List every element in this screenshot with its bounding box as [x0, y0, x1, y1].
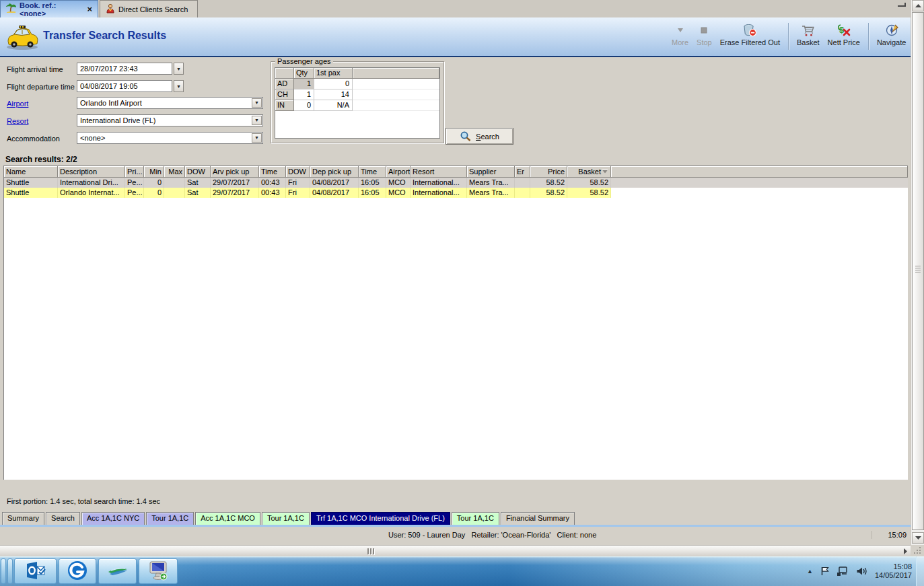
bottom-tab-tour-1a-1c[interactable]: Tour 1A,1C	[262, 512, 310, 525]
show-desktop-button[interactable]	[916, 556, 924, 586]
passenger-grid-row[interactable]: AD10	[275, 79, 439, 89]
bottom-tab-acc-1a-1c-mco[interactable]: Acc 1A,1C MCO	[195, 512, 260, 525]
bottom-tab-summary[interactable]: Summary	[2, 512, 44, 525]
flight-departure-input[interactable]: 04/08/2017 19:05	[77, 80, 172, 92]
close-tab-icon[interactable]: ×	[87, 6, 92, 13]
action-center-flag-icon[interactable]	[820, 566, 830, 577]
bottom-tab-tour-1a-1c[interactable]: Tour 1A,1C	[452, 512, 499, 525]
taskbar-button-plane-app[interactable]	[98, 558, 137, 584]
resort-dropdown-icon[interactable]: ▼	[252, 116, 262, 125]
column-header-time[interactable]: Time	[359, 166, 386, 178]
airport-combobox[interactable]: Orlando Intl Airport ▼	[77, 97, 263, 109]
taskbar-button-remote-desktop[interactable]	[139, 558, 178, 584]
results-row[interactable]: ShuttleInternational Dri...Pe...0Sat29/0…	[4, 178, 908, 188]
flight-departure-label: Flight departure time	[7, 81, 75, 92]
page-header: Transfer Search Results MoreStopErase Fi…	[0, 17, 911, 57]
column-header-arv-pick-up[interactable]: Arv pick up	[211, 166, 259, 178]
resort-link[interactable]: Resort	[7, 116, 28, 126]
column-header-price[interactable]: Price	[530, 166, 567, 178]
taskbar-button-outlook[interactable]	[14, 558, 57, 584]
bottom-tab-financial-summary[interactable]: Financial Summary	[501, 512, 575, 525]
accommodation-dropdown-icon[interactable]: ▼	[252, 133, 262, 143]
cell-supplier: Mears Tra...	[467, 188, 515, 198]
passenger-grid-cell[interactable]: N/A	[314, 100, 353, 111]
cell-dow: Sat	[185, 178, 211, 188]
column-header-resort[interactable]: Resort	[411, 166, 467, 178]
network-icon[interactable]	[837, 566, 849, 577]
column-header-label: Time	[261, 168, 277, 176]
column-header-dow[interactable]: DOW	[286, 166, 310, 178]
passenger-grid-row[interactable]: IN0N/A	[275, 100, 439, 111]
resort-combobox[interactable]: International Drive (FL) ▼	[77, 114, 263, 126]
passenger-row-header[interactable]: AD	[275, 79, 294, 89]
column-header-time[interactable]: Time	[259, 166, 286, 178]
passenger-row-header[interactable]: CH	[275, 89, 294, 100]
scroll-up-icon[interactable]	[912, 0, 924, 11]
toolbar: MoreStopErase Filtered OutBasket$Nett Pr…	[668, 22, 911, 54]
flight-arrival-dropdown-icon[interactable]: ▼	[174, 63, 184, 75]
airport-link[interactable]: Airport	[7, 98, 28, 109]
cell-time: 00:43	[259, 188, 286, 198]
passenger-grid-cell[interactable]: 1	[294, 89, 314, 100]
column-header-label: DOW	[288, 168, 306, 176]
bottom-tab-tour-1a-1c[interactable]: Tour 1A,1C	[146, 512, 194, 525]
flight-departure-dropdown-icon[interactable]: ▼	[174, 80, 184, 92]
column-header-label: DOW	[187, 168, 205, 176]
nett-price-icon: $	[837, 23, 851, 38]
column-header-er[interactable]: Er	[515, 166, 530, 178]
passenger-grid-cell[interactable]: 14	[314, 89, 353, 100]
accommodation-combobox[interactable]: <none> ▼	[77, 132, 263, 144]
column-header-description[interactable]: Description	[58, 166, 125, 178]
scroll-right-icon[interactable]	[900, 547, 909, 556]
minimize-icon[interactable]	[898, 3, 906, 7]
column-header-basket[interactable]: Basket	[567, 166, 611, 178]
taxi-icon	[5, 23, 40, 52]
column-header-name[interactable]: Name	[4, 166, 58, 178]
airport-dropdown-icon[interactable]: ▼	[252, 98, 262, 108]
results-row[interactable]: ShuttleOrlando Internat...Pe...0Sat29/07…	[4, 188, 908, 198]
toolbar-button-navigate[interactable]: Navigate	[873, 22, 910, 46]
horizontal-scrollbar[interactable]	[0, 545, 911, 556]
vertical-scrollbar[interactable]	[911, 0, 924, 545]
bottom-tab-search[interactable]: Search	[46, 512, 80, 525]
cell-arv-pick-up: 29/07/2017	[211, 178, 259, 188]
passenger-grid-cell[interactable]: 0	[294, 100, 314, 111]
volume-icon[interactable]	[855, 566, 867, 577]
scroll-down-icon[interactable]	[912, 532, 924, 544]
toolbar-button-nett-price[interactable]: $Nett Price	[824, 22, 864, 46]
passenger-grid-cell[interactable]: 1	[294, 79, 314, 89]
search-button[interactable]: Search	[446, 128, 513, 145]
toolbar-button-basket[interactable]: Basket	[793, 22, 824, 46]
passenger-grid-filler	[353, 89, 439, 100]
toolbar-button-erase-filtered-out[interactable]: Erase Filtered Out	[716, 22, 784, 46]
search-icon	[460, 131, 472, 143]
passenger-grid-row[interactable]: CH114	[275, 89, 439, 100]
taskbar-divider	[1, 558, 6, 584]
flight-arrival-input[interactable]: 28/07/2017 23:43	[77, 63, 172, 75]
taskbar-clock[interactable]: 15:08 14/05/2017	[875, 562, 912, 580]
passenger-grid-cell[interactable]: 0	[314, 79, 353, 89]
tab-booking-ref[interactable]: Book. ref.: <none> ×	[0, 0, 98, 17]
tab-direct-clients-search[interactable]: Direct Clients Search	[100, 0, 198, 17]
resort-value: International Drive (FL)	[80, 116, 156, 124]
column-header-supplier[interactable]: Supplier	[467, 166, 515, 178]
splitter-grip-icon[interactable]	[367, 548, 374, 554]
accommodation-label: Accommodation	[7, 133, 60, 144]
show-hidden-icons[interactable]: ▲	[807, 568, 813, 575]
column-header-min[interactable]: Min	[144, 166, 164, 178]
bottom-tab-acc-1a-1c-nyc[interactable]: Acc 1A,1C NYC	[81, 512, 145, 525]
scrollbar-grip-icon	[915, 264, 921, 274]
resize-grip[interactable]	[911, 545, 924, 556]
results-header-row: NameDescriptionPri...MinMaxDOWArv pick u…	[4, 166, 908, 178]
bottom-tab-trf-1a-1c-mco-international-drive-fl[interactable]: Trf 1A,1C MCO International Drive (FL)	[311, 512, 450, 525]
scrollbar-thumb[interactable]	[912, 12, 924, 530]
column-header-max[interactable]: Max	[164, 166, 185, 178]
column-header-dep-pick-up[interactable]: Dep pick up	[310, 166, 359, 178]
taskbar-button-g-app[interactable]	[59, 558, 96, 584]
cell-description: International Dri...	[58, 178, 125, 188]
column-header-filler	[611, 166, 908, 178]
column-header-dow[interactable]: DOW	[185, 166, 211, 178]
passenger-row-header[interactable]: IN	[275, 100, 294, 111]
column-header-pri[interactable]: Pri...	[125, 166, 144, 178]
column-header-airport[interactable]: Airport	[386, 166, 411, 178]
